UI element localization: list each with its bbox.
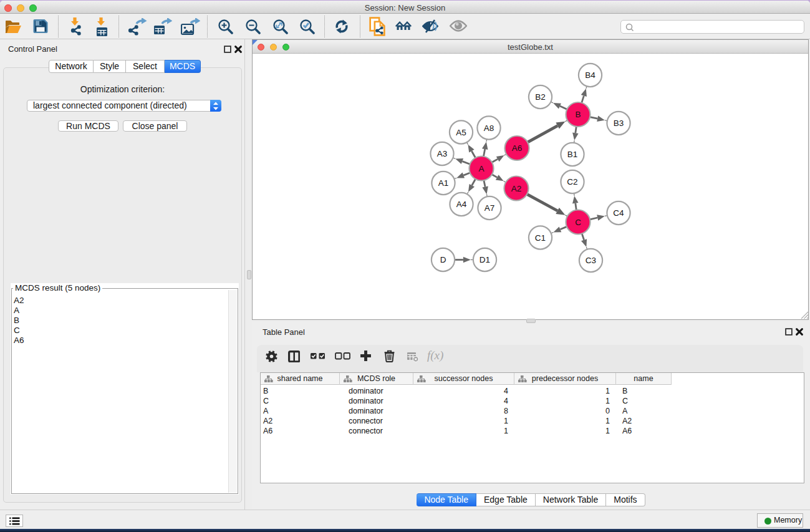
svg-text:A7: A7 xyxy=(485,203,495,213)
svg-text:B3: B3 xyxy=(614,118,624,128)
svg-text:B: B xyxy=(575,110,581,119)
svg-text:A4: A4 xyxy=(456,200,467,209)
svg-text:B2: B2 xyxy=(535,92,546,102)
svg-text:D: D xyxy=(440,255,446,264)
svg-text:B1: B1 xyxy=(567,150,578,159)
svg-text:C2: C2 xyxy=(567,177,577,186)
svg-text:A3: A3 xyxy=(437,149,448,158)
svg-text:A8: A8 xyxy=(484,123,494,133)
svg-text:A: A xyxy=(478,164,484,173)
svg-text:C1: C1 xyxy=(535,233,546,243)
svg-text:A5: A5 xyxy=(456,128,466,137)
svg-text:A2: A2 xyxy=(511,184,522,193)
svg-text:C: C xyxy=(575,218,581,227)
svg-text:C3: C3 xyxy=(586,256,596,265)
svg-text:D1: D1 xyxy=(480,255,490,264)
svg-text:B4: B4 xyxy=(585,70,595,80)
svg-text:A6: A6 xyxy=(512,143,523,153)
svg-text:A1: A1 xyxy=(438,178,449,188)
svg-text:C4: C4 xyxy=(613,208,624,218)
